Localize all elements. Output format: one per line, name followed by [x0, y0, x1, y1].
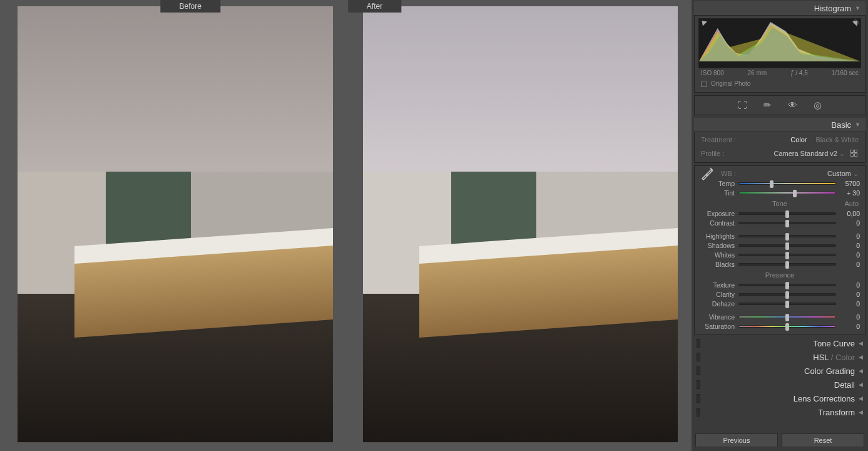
tone-heading: Tone: [772, 200, 787, 207]
color-grading-header[interactable]: Color Grading◀: [692, 364, 868, 378]
wb-dropdown[interactable]: Custom ⌄: [827, 170, 859, 178]
detail-header[interactable]: Detail◀: [692, 378, 868, 391]
wb-label: WB :: [721, 170, 736, 177]
radial-icon[interactable]: ◎: [814, 100, 822, 111]
slider-shadows[interactable]: Shadows0: [700, 241, 860, 250]
profile-label: Profile :: [701, 150, 724, 157]
chevron-left-icon: ◀: [859, 368, 863, 374]
eyedropper-icon[interactable]: [700, 166, 715, 181]
chevron-down-icon: ▼: [855, 122, 860, 128]
slider-tint[interactable]: Tint + 30: [700, 188, 860, 197]
treatment-label: Treatment :: [701, 136, 736, 143]
exif-shutter: 1/160 sec: [832, 70, 859, 76]
exif-iso: ISO 800: [701, 70, 724, 76]
slider-temp[interactable]: Temp 5700: [700, 179, 860, 188]
slider-highlights[interactable]: Highlights0: [700, 231, 860, 241]
chevron-left-icon: ◀: [859, 409, 863, 415]
temp-value[interactable]: 5700: [840, 180, 860, 187]
treatment-color[interactable]: Color: [790, 136, 807, 143]
exif-readout: ISO 800 26 mm ƒ / 4,5 1/160 sec: [695, 68, 865, 79]
slider-vibrance[interactable]: Vibrance0: [700, 312, 860, 321]
exif-aperture: ƒ / 4,5: [790, 70, 808, 76]
original-photo-label: Original Photo: [711, 80, 750, 87]
panel-toggle-icon[interactable]: [697, 408, 700, 417]
panel-toggle-icon[interactable]: [697, 353, 700, 361]
eye-icon[interactable]: 👁: [788, 100, 797, 111]
tone-auto-button[interactable]: Auto: [844, 200, 859, 207]
panel-toggle-icon[interactable]: [697, 380, 700, 389]
slider-texture[interactable]: Texture0: [700, 280, 860, 289]
slider-blacks[interactable]: Blacks0: [700, 259, 860, 269]
lens-corrections-header[interactable]: Lens Corrections◀: [692, 391, 868, 405]
before-pane[interactable]: [18, 6, 333, 442]
chevron-left-icon: ◀: [859, 354, 863, 360]
tool-strip: ⛶ ✏ 👁 ◎: [695, 96, 865, 115]
profile-dropdown[interactable]: Camera Standard v2 ⌄: [774, 150, 845, 158]
chevron-left-icon: ◀: [859, 381, 863, 388]
hsl-header[interactable]: HSL / Color◀: [692, 350, 868, 364]
treatment-bw[interactable]: Black & White: [816, 136, 859, 143]
panel-toggle-icon[interactable]: [697, 366, 700, 375]
tint-label: Tint: [700, 189, 735, 197]
histogram-header[interactable]: Histogram ▼: [694, 1, 865, 15]
after-pane[interactable]: [363, 6, 678, 442]
tint-value[interactable]: + 30: [840, 189, 860, 197]
previous-button[interactable]: Previous: [695, 433, 778, 447]
panel-toggle-icon[interactable]: [697, 394, 700, 403]
after-label: After: [348, 0, 401, 13]
slider-contrast[interactable]: Contrast0: [700, 218, 860, 227]
exif-focal: 26 mm: [748, 70, 767, 76]
tone-curve-header[interactable]: Tone Curve◀: [692, 336, 868, 350]
slider-whites[interactable]: Whites0: [700, 250, 860, 259]
slider-exposure[interactable]: Exposure0,00: [700, 209, 860, 218]
brush-icon[interactable]: ✏: [763, 100, 772, 111]
slider-dehaze[interactable]: Dehaze0: [700, 299, 860, 308]
basic-title: Basic: [831, 120, 851, 130]
compare-view: Before After: [0, 0, 692, 451]
chevron-left-icon: ◀: [859, 340, 863, 346]
chevron-left-icon: ◀: [859, 395, 863, 402]
chevron-down-icon: ▼: [855, 5, 860, 11]
panel-toggle-icon[interactable]: [697, 339, 700, 348]
presence-heading: Presence: [765, 271, 794, 279]
before-label: Before: [161, 0, 220, 13]
reset-button[interactable]: Reset: [782, 433, 864, 447]
histogram-title: Histogram: [814, 4, 851, 13]
profile-browser-icon[interactable]: [850, 149, 859, 158]
histogram[interactable]: [698, 18, 861, 68]
transform-header[interactable]: Transform◀: [692, 405, 868, 419]
original-photo-checkbox[interactable]: [701, 81, 707, 87]
crop-icon[interactable]: ⛶: [738, 100, 747, 111]
basic-header[interactable]: Basic ▼: [694, 118, 865, 132]
slider-clarity[interactable]: Clarity0: [700, 289, 860, 299]
develop-panel: Histogram ▼ ISO 800 26 mm ƒ / 4,5 1/160: [692, 0, 868, 451]
slider-saturation[interactable]: Saturation0: [700, 321, 860, 331]
